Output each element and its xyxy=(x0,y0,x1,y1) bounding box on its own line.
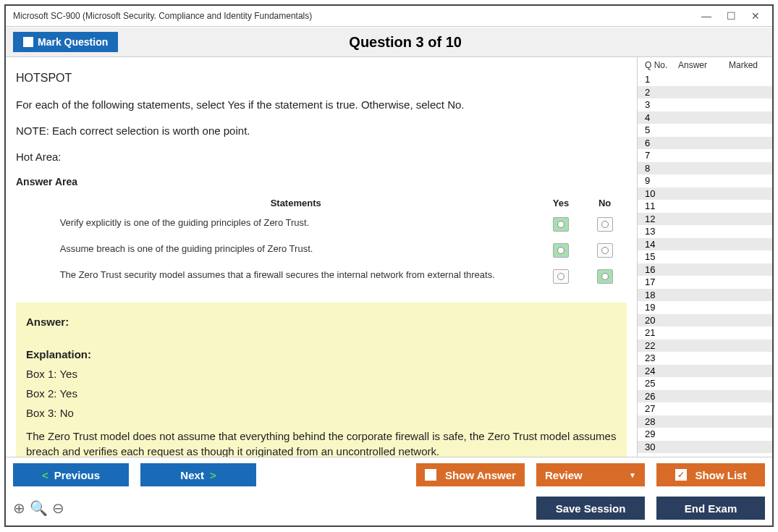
review-dropdown[interactable]: Review ▼ xyxy=(536,463,645,486)
answer-block: Answer: Explanation: Box 1: YesBox 2: Ye… xyxy=(16,303,627,457)
no-radio[interactable] xyxy=(597,243,613,258)
yes-radio[interactable] xyxy=(553,269,569,284)
question-list-row[interactable]: 2 xyxy=(638,86,772,99)
question-list-row[interactable]: 8 xyxy=(638,162,772,175)
maximize-icon[interactable]: ☐ xyxy=(722,9,740,23)
save-session-button[interactable]: Save Session xyxy=(536,497,645,520)
toolbar: Mark Question Question 3 of 10 xyxy=(6,27,772,57)
header-answer: Answer xyxy=(678,60,729,70)
statement-text: The Zero Trust security model assumes th… xyxy=(53,263,539,290)
window-title: Microsoft SC-900 (Microsoft Security. Co… xyxy=(13,11,691,21)
question-list-row[interactable]: 14 xyxy=(638,238,772,251)
question-list-panel: Q No. Answer Marked 12345678910111213141… xyxy=(638,57,772,457)
explanation-label: Explanation: xyxy=(26,348,617,360)
footer: < Previous Next > Show Answer Review ▼ ✓… xyxy=(6,457,772,525)
statement-text: Verify explicitly is one of the guiding … xyxy=(53,211,539,237)
close-icon[interactable]: ✕ xyxy=(746,9,765,23)
question-list-row[interactable]: 13 xyxy=(638,225,772,238)
no-radio[interactable] xyxy=(597,217,613,232)
question-list-row[interactable]: 11 xyxy=(638,200,772,213)
col-statements: Statements xyxy=(53,195,539,211)
statement-row: The Zero Trust security model assumes th… xyxy=(53,263,627,290)
question-list-row[interactable]: 4 xyxy=(638,111,772,124)
next-button[interactable]: Next > xyxy=(140,463,256,486)
answer-area-title: Answer Area xyxy=(16,176,627,187)
statement-row: Assume breach is one of the guiding prin… xyxy=(53,237,627,263)
content-wrap: HOTSPOT For each of the following statem… xyxy=(6,57,638,457)
question-list-row[interactable]: 21 xyxy=(638,326,772,339)
hotspot-table: Statements Yes No Verify explicitly is o… xyxy=(53,195,627,290)
titlebar: Microsoft SC-900 (Microsoft Security. Co… xyxy=(6,6,772,27)
mark-question-button[interactable]: Mark Question xyxy=(13,32,118,52)
checkbox-checked-icon: ✓ xyxy=(675,469,687,481)
question-list-row[interactable]: 25 xyxy=(638,377,772,390)
question-list-row[interactable]: 27 xyxy=(638,402,772,415)
chevron-right-icon: > xyxy=(210,469,216,481)
checkbox-icon xyxy=(23,37,33,47)
yes-radio[interactable] xyxy=(553,243,569,258)
col-yes: Yes xyxy=(539,195,583,211)
explanation-line: Box 1: Yes xyxy=(26,368,617,380)
chevron-down-icon: ▼ xyxy=(629,471,636,479)
question-list-row[interactable]: 18 xyxy=(638,289,772,302)
show-list-button[interactable]: ✓ Show List xyxy=(656,463,765,486)
hotspot-label: HOTSPOT xyxy=(16,70,627,86)
col-no: No xyxy=(583,195,627,211)
question-list-row[interactable]: 22 xyxy=(638,339,772,352)
question-list-row[interactable]: 7 xyxy=(638,149,772,162)
end-exam-button[interactable]: End Exam xyxy=(656,497,765,520)
question-list-row[interactable]: 10 xyxy=(638,187,772,200)
question-list-row[interactable]: 29 xyxy=(638,428,772,441)
zoom-controls: ⊕ 🔍 ⊖ xyxy=(13,499,64,517)
question-list-row[interactable]: 26 xyxy=(638,390,772,403)
statement-text: Assume breach is one of the guiding prin… xyxy=(53,237,539,263)
question-list-row[interactable]: 12 xyxy=(638,213,772,226)
question-list-header: Q No. Answer Marked xyxy=(638,57,772,73)
explanation-line: Box 3: No xyxy=(26,407,617,419)
statement-row: Verify explicitly is one of the guiding … xyxy=(53,211,627,237)
no-radio[interactable] xyxy=(597,269,613,284)
question-content[interactable]: HOTSPOT For each of the following statem… xyxy=(6,57,637,457)
minimize-icon[interactable]: — xyxy=(697,9,716,23)
question-list-row[interactable]: 16 xyxy=(638,263,772,276)
question-list-row[interactable]: 24 xyxy=(638,365,772,378)
header-qno: Q No. xyxy=(645,60,678,70)
hot-area-label: Hot Area: xyxy=(16,150,627,164)
question-list-row[interactable]: 15 xyxy=(638,250,772,263)
question-list-row[interactable]: 3 xyxy=(638,98,772,111)
question-list-row[interactable]: 30 xyxy=(638,441,772,454)
answer-label: Answer: xyxy=(26,316,617,328)
body: HOTSPOT For each of the following statem… xyxy=(6,57,772,457)
app-window: Microsoft SC-900 (Microsoft Security. Co… xyxy=(4,4,774,527)
note-text: NOTE: Each correct selection is worth on… xyxy=(16,124,627,138)
header-marked: Marked xyxy=(729,60,768,70)
explanation-para: The Zero Trust model does not assume tha… xyxy=(26,429,617,457)
previous-button[interactable]: < Previous xyxy=(13,463,129,486)
question-list-row[interactable]: 5 xyxy=(638,124,772,137)
zoom-out-icon[interactable]: ⊖ xyxy=(52,499,64,517)
checkbox-icon xyxy=(425,469,436,481)
question-list-row[interactable]: 19 xyxy=(638,301,772,314)
question-list-row[interactable]: 17 xyxy=(638,276,772,289)
show-answer-button[interactable]: Show Answer xyxy=(416,463,525,486)
zoom-in-icon[interactable]: 🔍 xyxy=(30,499,48,517)
yes-radio[interactable] xyxy=(553,217,569,232)
question-list-row[interactable]: 9 xyxy=(638,174,772,187)
question-list[interactable]: 1234567891011121314151617181920212223242… xyxy=(638,73,772,457)
question-list-row[interactable]: 20 xyxy=(638,314,772,327)
instruction-text: For each of the following statements, se… xyxy=(16,98,627,112)
question-list-row[interactable]: 28 xyxy=(638,415,772,428)
zoom-reset-icon[interactable]: ⊕ xyxy=(13,499,25,517)
question-list-row[interactable]: 1 xyxy=(638,73,772,86)
question-list-row[interactable]: 6 xyxy=(638,137,772,150)
mark-question-label: Mark Question xyxy=(38,36,108,48)
question-list-row[interactable]: 23 xyxy=(638,352,772,365)
question-counter: Question 3 of 10 xyxy=(118,34,693,51)
explanation-line: Box 2: Yes xyxy=(26,387,617,400)
chevron-left-icon: < xyxy=(42,469,48,481)
